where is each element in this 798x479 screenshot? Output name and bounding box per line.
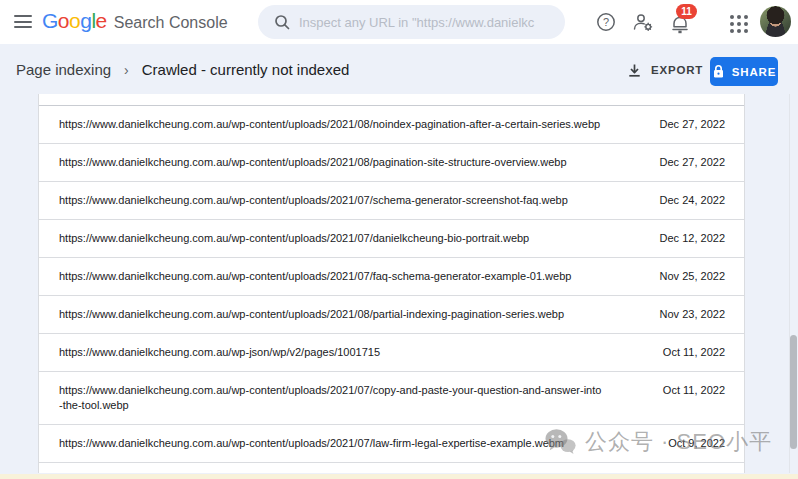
chevron-right-icon: › — [124, 62, 129, 78]
row-date: Oct 9, 2022 — [668, 436, 744, 451]
user-settings-icon[interactable] — [632, 11, 654, 33]
logo-product-name: Search Console — [114, 14, 228, 32]
table-row-partial[interactable] — [39, 94, 744, 106]
row-date: Oct 11, 2022 — [663, 383, 744, 398]
app-logo[interactable]: Google Search Console — [42, 9, 228, 33]
table-row[interactable]: https://www.danielkcheung.com.au/wp-cont… — [39, 106, 744, 144]
notification-count-badge: 11 — [676, 4, 697, 19]
breadcrumb: Page indexing › Crawled - currently not … — [16, 61, 349, 78]
row-url[interactable]: https://www.danielkcheung.com.au/wp-cont… — [39, 155, 604, 170]
table-row[interactable]: https://www.danielkcheung.com.au/wp-cont… — [39, 258, 744, 296]
row-date: Dec 27, 2022 — [660, 155, 744, 170]
row-date: Dec 12, 2022 — [660, 231, 744, 246]
url-table: https://www.danielkcheung.com.au/wp-cont… — [38, 94, 745, 473]
app-header: Google Search Console ? — [0, 0, 798, 44]
row-url[interactable]: https://www.danielkcheung.com.au/wp-cont… — [39, 117, 604, 132]
table-row[interactable]: https://www.danielkcheung.com.au/wp-cont… — [39, 144, 744, 182]
scrollbar-thumb[interactable] — [790, 335, 797, 449]
svg-text:?: ? — [603, 16, 609, 28]
row-date: Nov 23, 2022 — [660, 307, 744, 322]
table-row[interactable]: https://www.danielkcheung.com.au/wp-cont… — [39, 296, 744, 334]
help-icon[interactable]: ? — [595, 11, 617, 33]
logo-letter: g — [80, 9, 91, 32]
page-title: Crawled - currently not indexed — [142, 61, 350, 78]
table-row[interactable]: https://www.danielkcheung.com.au/wp-cont… — [39, 425, 744, 463]
profile-avatar[interactable] — [760, 6, 791, 37]
bottom-edge-strip — [0, 474, 798, 479]
table-row[interactable]: https://www.danielkcheung.com.au/wp-cont… — [39, 220, 744, 258]
breadcrumb-parent-link[interactable]: Page indexing — [16, 61, 111, 78]
export-button[interactable]: EXPORT — [627, 59, 703, 81]
google-apps-grid-icon[interactable] — [728, 13, 750, 35]
row-url[interactable]: https://www.danielkcheung.com.au/wp-cont… — [39, 307, 604, 322]
search-icon — [274, 14, 290, 30]
row-date: Dec 24, 2022 — [660, 193, 744, 208]
row-url[interactable]: https://www.danielkcheung.com.au/wp-cont… — [39, 436, 604, 451]
url-inspect-input[interactable] — [299, 15, 553, 30]
logo-letter: G — [42, 9, 58, 32]
export-button-label: EXPORT — [651, 64, 703, 76]
page-toolbar: Page indexing › Crawled - currently not … — [0, 44, 798, 94]
lock-icon — [712, 64, 725, 79]
download-icon — [627, 63, 642, 78]
table-row[interactable]: https://www.danielkcheung.com.au/wp-json… — [39, 334, 744, 372]
row-url[interactable]: https://www.danielkcheung.com.au/wp-cont… — [39, 269, 604, 284]
url-table-body: https://www.danielkcheung.com.au/wp-cont… — [39, 106, 744, 463]
share-button-label: SHARE — [732, 66, 776, 78]
row-url[interactable]: https://www.danielkcheung.com.au/wp-cont… — [39, 193, 604, 208]
logo-letter: e — [96, 9, 107, 32]
table-row[interactable]: https://www.danielkcheung.com.au/wp-cont… — [39, 372, 744, 425]
row-date: Nov 25, 2022 — [660, 269, 744, 284]
logo-letter: o — [58, 9, 69, 32]
hamburger-menu-icon[interactable] — [14, 15, 32, 28]
row-url[interactable]: https://www.danielkcheung.com.au/wp-json… — [39, 345, 604, 360]
table-row[interactable]: https://www.danielkcheung.com.au/wp-cont… — [39, 182, 744, 220]
logo-letter: o — [69, 9, 80, 32]
row-url[interactable]: https://www.danielkcheung.com.au/wp-cont… — [39, 231, 604, 246]
share-button[interactable]: SHARE — [710, 57, 778, 86]
row-url[interactable]: https://www.danielkcheung.com.au/wp-cont… — [39, 383, 604, 413]
row-date: Oct 11, 2022 — [663, 345, 744, 360]
row-date: Dec 27, 2022 — [660, 117, 744, 132]
url-inspect-searchbar[interactable] — [258, 5, 565, 39]
